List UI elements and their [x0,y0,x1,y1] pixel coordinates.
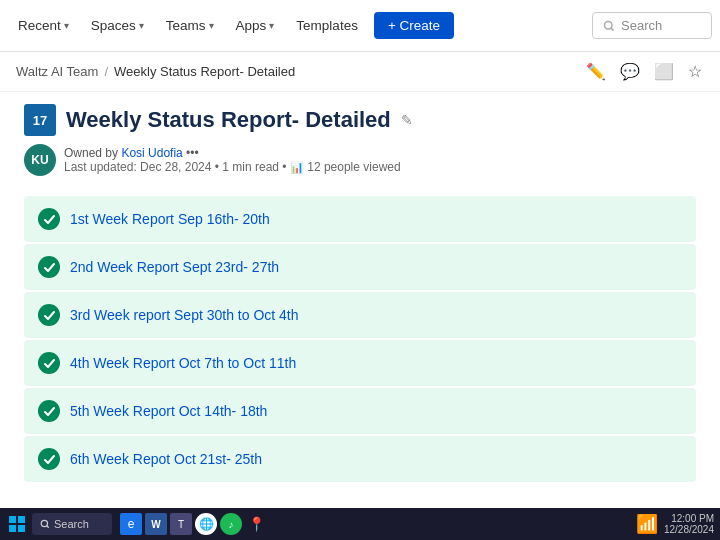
search-placeholder: Search [621,18,662,33]
taskbar-app-maps[interactable]: 📍 [245,513,267,535]
title-edit-icon[interactable]: ✎ [401,112,413,128]
nav-item-templates[interactable]: Templates [286,12,368,39]
report-label: 4th Week Report Oct 7th to Oct 11th [70,355,296,371]
chevron-icon-spaces: ▾ [139,20,144,31]
chart-icon: 📊 [290,161,304,173]
breadcrumb-actions: ✏️ 💬 ⬜ ☆ [584,60,704,83]
owner-name-link[interactable]: Kosi Udofia [121,146,182,160]
owner-meta: Owned by Kosi Udofia ••• Last updated: D… [64,146,401,174]
viewers-count: 12 people viewed [307,160,400,174]
nav-item-apps[interactable]: Apps ▾ [226,12,285,39]
chevron-icon-recent: ▾ [64,20,69,31]
edit-icon[interactable]: ✏️ [584,60,608,83]
chevron-icon-apps: ▾ [269,20,274,31]
svg-rect-2 [9,516,16,523]
nav-item-recent[interactable]: Recent ▾ [8,12,79,39]
owner-line: Owned by Kosi Udofia ••• [64,146,401,160]
breadcrumb: Waltz AI Team / Weekly Status Report- De… [16,64,295,79]
report-list: 1st Week Report Sep 16th- 20th2nd Week R… [24,196,696,482]
create-label: + Create [388,18,440,33]
owned-by-label: Owned by [64,146,118,160]
nav-label-spaces: Spaces [91,18,136,33]
nav-item-spaces[interactable]: Spaces ▾ [81,12,154,39]
report-item[interactable]: 5th Week Report Oct 14th- 18th [24,388,696,434]
report-label: 2nd Week Report Sept 23rd- 27th [70,259,279,275]
taskbar-clock: 12:00 PM 12/28/2024 [664,513,714,535]
taskbar-network-icon: 📶 [636,513,658,535]
meta-line: Last updated: Dec 28, 2024 • 1 min read … [64,160,401,174]
check-icon [38,448,60,470]
breadcrumb-bar: Waltz AI Team / Weekly Status Report- De… [0,52,720,92]
nav-label-teams: Teams [166,18,206,33]
report-label: 6th Week Repot Oct 21st- 25th [70,451,262,467]
svg-rect-4 [9,525,16,532]
search-icon [603,20,615,32]
taskbar-app-teams[interactable]: T [170,513,192,535]
check-icon [38,352,60,374]
report-label: 3rd Week report Sept 30th to Oct 4th [70,307,299,323]
check-icon [38,400,60,422]
nav-label-recent: Recent [18,18,61,33]
report-label: 5th Week Report Oct 14th- 18th [70,403,267,419]
page-title-row: 17 Weekly Status Report- Detailed ✎ [24,104,696,136]
svg-line-1 [611,27,614,30]
last-updated-text: Last updated: Dec 28, 2024 • 1 min read … [64,160,287,174]
taskbar-apps: e W T 🌐 ♪ 📍 [120,513,267,535]
nav-item-teams[interactable]: Teams ▾ [156,12,224,39]
owner-more-dots[interactable]: ••• [186,146,199,160]
taskbar-date-text: 12/28/2024 [664,524,714,535]
report-item[interactable]: 4th Week Report Oct 7th to Oct 11th [24,340,696,386]
windows-start-button[interactable] [6,513,28,535]
taskbar-right: 📶 12:00 PM 12/28/2024 [636,513,714,535]
nav-label-apps: Apps [236,18,267,33]
avatar: KU [24,144,56,176]
breadcrumb-team[interactable]: Waltz AI Team [16,64,98,79]
svg-line-7 [47,526,49,528]
page-content: 17 Weekly Status Report- Detailed ✎ KU O… [0,92,720,508]
search-box[interactable]: Search [592,12,712,39]
check-icon [38,304,60,326]
taskbar-app-word[interactable]: W [145,513,167,535]
taskbar-search[interactable]: Search [32,513,112,535]
report-item[interactable]: 2nd Week Report Sept 23rd- 27th [24,244,696,290]
breadcrumb-current-page: Weekly Status Report- Detailed [114,64,295,79]
taskbar-search-icon [40,519,50,529]
expand-icon[interactable]: ⬜ [652,60,676,83]
page-title: Weekly Status Report- Detailed [66,107,391,133]
report-item[interactable]: 6th Week Repot Oct 21st- 25th [24,436,696,482]
taskbar-app-edge[interactable]: e [120,513,142,535]
star-icon[interactable]: ☆ [686,60,704,83]
svg-rect-3 [18,516,25,523]
taskbar-app-spotify[interactable]: ♪ [220,513,242,535]
taskbar-time-text: 12:00 PM [664,513,714,524]
create-button[interactable]: + Create [374,12,454,39]
windows-icon [9,516,25,532]
report-item[interactable]: 3rd Week report Sept 30th to Oct 4th [24,292,696,338]
report-item[interactable]: 1st Week Report Sep 16th- 20th [24,196,696,242]
check-icon [38,208,60,230]
breadcrumb-separator: / [104,64,108,79]
comment-icon[interactable]: 💬 [618,60,642,83]
svg-rect-5 [18,525,25,532]
report-label: 1st Week Report Sep 16th- 20th [70,211,270,227]
chevron-icon-teams: ▾ [209,20,214,31]
nav-label-templates: Templates [296,18,358,33]
top-nav: Recent ▾ Spaces ▾ Teams ▾ Apps ▾ Templat… [0,0,720,52]
taskbar-app-chrome[interactable]: 🌐 [195,513,217,535]
taskbar-search-label: Search [54,518,89,530]
check-icon [38,256,60,278]
page-icon: 17 [24,104,56,136]
owner-row: KU Owned by Kosi Udofia ••• Last updated… [24,144,696,176]
taskbar: Search e W T 🌐 ♪ 📍 📶 12:00 PM 12/28/2024 [0,508,720,540]
